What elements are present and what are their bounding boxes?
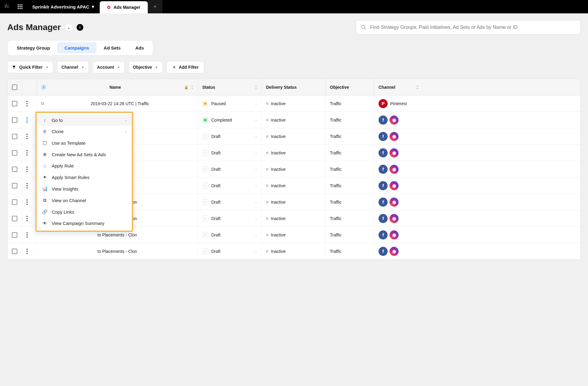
sort-icon[interactable]: ▲▼ bbox=[416, 84, 419, 90]
ctx-label: Apply Smart Rules bbox=[52, 175, 89, 180]
new-tab-button[interactable]: + bbox=[148, 0, 162, 13]
row-menu-button[interactable] bbox=[26, 249, 28, 254]
chevron-down-icon: ⌄ bbox=[255, 135, 257, 138]
row-menu-button[interactable] bbox=[26, 150, 28, 156]
ctx-item-apply-smart-rules[interactable]: ✦Apply Smart Rules bbox=[36, 171, 132, 183]
ig-icon: ◉ bbox=[389, 115, 399, 125]
info-icon[interactable]: i bbox=[77, 24, 83, 31]
fb-icon: f bbox=[379, 230, 388, 240]
row-checkbox[interactable] bbox=[12, 232, 17, 238]
status-label: Draft bbox=[211, 150, 220, 155]
row-checkbox[interactable] bbox=[12, 150, 17, 156]
campaign-name[interactable]: to Placements - Clon bbox=[41, 249, 193, 254]
filter-account[interactable]: Account▼ bbox=[92, 61, 125, 73]
ctx-item-clone[interactable]: ⎘Clone› bbox=[36, 126, 132, 137]
channel-icons: f◉ bbox=[379, 165, 399, 174]
row-checkbox[interactable] bbox=[12, 101, 17, 106]
status-chip[interactable]: Draft ⌄ bbox=[202, 133, 257, 140]
svg-point-8 bbox=[21, 8, 22, 9]
status-chip[interactable]: Draft ⌄ bbox=[202, 183, 257, 189]
svg-point-9 bbox=[361, 25, 365, 29]
svg-point-2 bbox=[21, 4, 22, 5]
workspace-selector[interactable]: Sprinklr Advertising APAC ▾ bbox=[27, 0, 100, 13]
ctx-label: Copy Links bbox=[52, 209, 74, 215]
sprinklr-logo[interactable] bbox=[0, 0, 13, 13]
info-icon[interactable]: i bbox=[41, 84, 47, 90]
chevron-down-icon: ▼ bbox=[46, 66, 49, 69]
fb-icon: f bbox=[379, 165, 388, 174]
delivery-label: Inactive bbox=[271, 134, 285, 139]
delivery-label: Inactive bbox=[271, 101, 285, 106]
row-checkbox[interactable] bbox=[12, 199, 17, 205]
delivery-dot-icon bbox=[266, 250, 268, 253]
ctx-item-view-insights[interactable]: 📊View Insights bbox=[36, 183, 132, 195]
select-all-checkbox[interactable] bbox=[12, 84, 17, 90]
filter-channel[interactable]: Channel▼ bbox=[57, 61, 89, 73]
status-label: Draft bbox=[211, 233, 220, 237]
row-menu-button[interactable] bbox=[26, 232, 28, 238]
row-menu-button[interactable] bbox=[26, 101, 28, 106]
row-menu-button[interactable] bbox=[26, 183, 28, 188]
chevron-down-icon: ⌄ bbox=[255, 200, 257, 204]
row-checkbox[interactable] bbox=[12, 134, 17, 139]
status-chip[interactable]: Draft ⌄ bbox=[202, 150, 257, 156]
ctx-item-go-to[interactable]: ↑Go to› bbox=[36, 115, 132, 126]
ctx-item-create-new-ad-sets-ads[interactable]: ⊕Create New Ad Sets & Ads bbox=[36, 149, 132, 160]
status-chip[interactable]: Draft ⌄ bbox=[202, 232, 257, 238]
campaign-name[interactable]: 2019-03-22 14:26 UTC | Traffic bbox=[47, 101, 193, 106]
row-checkbox[interactable] bbox=[12, 117, 17, 123]
table-row: ⧉ 2019-03-22 14:26 UTC | Traffic Paused … bbox=[8, 95, 580, 112]
svg-point-5 bbox=[21, 6, 22, 7]
expand-icon[interactable]: ⧉ bbox=[41, 101, 44, 106]
ig-icon: ◉ bbox=[389, 230, 399, 240]
tab-strategy-group[interactable]: Strategy Group bbox=[9, 42, 57, 53]
status-chip[interactable]: Draft ⌄ bbox=[202, 199, 257, 205]
ctx-item-copy-links[interactable]: 🔗Copy Links bbox=[36, 206, 132, 218]
row-checkbox[interactable] bbox=[12, 216, 17, 221]
row-menu-button[interactable] bbox=[26, 117, 28, 123]
gear-badge-icon: ✿ bbox=[107, 5, 111, 10]
tab-ads[interactable]: Ads bbox=[128, 42, 151, 53]
status-chip[interactable]: Completed ⌄ bbox=[202, 117, 257, 123]
chevron-down-icon: ⌄ bbox=[255, 151, 257, 154]
objective-label: Traffic bbox=[330, 249, 341, 254]
ctx-icon: 👁 bbox=[42, 221, 47, 226]
row-menu-button[interactable] bbox=[26, 199, 28, 205]
search-box[interactable] bbox=[356, 20, 581, 35]
status-chip[interactable]: Draft ⌄ bbox=[202, 166, 257, 172]
row-menu-button[interactable] bbox=[26, 216, 28, 221]
add-filter-button[interactable]: ＋Add Filter bbox=[166, 61, 204, 73]
chevron-down-icon: ▼ bbox=[117, 66, 120, 69]
objective-label: Traffic bbox=[330, 101, 341, 106]
svg-point-3 bbox=[18, 6, 19, 7]
ctx-label: Use as Template bbox=[52, 140, 85, 146]
status-chip[interactable]: Draft ⌄ bbox=[202, 248, 257, 254]
ctx-icon: ⧉ bbox=[42, 198, 47, 203]
status-chip[interactable]: Paused ⌄ bbox=[202, 101, 257, 107]
title-dropdown[interactable]: ⌄ bbox=[64, 23, 73, 32]
quick-filter[interactable]: Quick Filter ▼ bbox=[7, 61, 53, 73]
ctx-item-apply-rule[interactable]: ⛬Apply Rule bbox=[36, 160, 132, 171]
row-menu-button[interactable] bbox=[26, 134, 28, 139]
row-checkbox[interactable] bbox=[12, 167, 17, 172]
ctx-item-view-on-channel[interactable]: ⧉View on Channel bbox=[36, 195, 132, 206]
status-chip[interactable]: Draft ⌄ bbox=[202, 215, 257, 222]
status-label: Draft bbox=[211, 183, 220, 188]
filter-objective[interactable]: Objective▼ bbox=[128, 61, 163, 73]
chevron-right-icon: › bbox=[125, 119, 126, 122]
row-menu-button[interactable] bbox=[26, 167, 28, 172]
row-checkbox[interactable] bbox=[12, 183, 17, 188]
channel-icons: f◉ bbox=[379, 115, 399, 125]
campaign-name[interactable]: to Placements - Clon bbox=[41, 233, 193, 237]
tab-ad-sets[interactable]: Ad Sets bbox=[96, 42, 128, 53]
ctx-item-use-as-template[interactable]: ▢Use as Template bbox=[36, 137, 132, 149]
ctx-item-view-campaign-summary[interactable]: 👁View Campaign Summary bbox=[36, 218, 132, 229]
app-grid-icon[interactable] bbox=[13, 0, 27, 13]
search-input[interactable] bbox=[370, 25, 576, 30]
tab-ads-manager[interactable]: ✿ Ads Manager bbox=[100, 1, 148, 13]
col-objective: Objective bbox=[330, 85, 349, 90]
row-checkbox[interactable] bbox=[12, 249, 17, 254]
tab-campaigns[interactable]: Campaigns bbox=[57, 42, 96, 53]
sort-icon[interactable]: ▲▼ bbox=[191, 84, 193, 90]
sort-icon[interactable]: ▲▼ bbox=[255, 84, 257, 90]
